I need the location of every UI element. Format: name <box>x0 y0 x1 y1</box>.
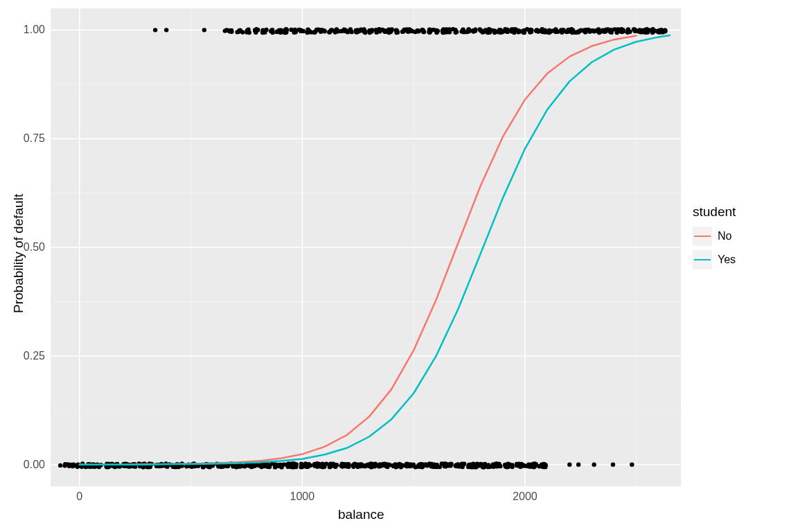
svg-point-586 <box>293 28 297 32</box>
y-tick-label: 0.25 <box>19 350 45 362</box>
svg-point-602 <box>313 29 317 33</box>
y-tick-label: 0.00 <box>19 459 45 471</box>
svg-point-671 <box>402 29 406 33</box>
plot-svg <box>51 8 681 486</box>
svg-point-894 <box>663 29 667 33</box>
legend-label: Yes <box>718 254 736 266</box>
svg-point-565 <box>264 28 268 32</box>
svg-point-535 <box>153 28 157 32</box>
svg-point-608 <box>322 28 326 33</box>
svg-point-703 <box>441 29 445 33</box>
x-tick-label: 2000 <box>513 490 538 503</box>
svg-point-772 <box>522 30 526 35</box>
svg-point-570 <box>270 29 274 33</box>
legend-key <box>693 227 712 246</box>
svg-point-560 <box>254 27 258 31</box>
svg-point-677 <box>409 28 413 33</box>
svg-point-666 <box>396 30 400 35</box>
svg-point-661 <box>389 27 393 31</box>
y-tick-label: 1.00 <box>19 24 45 36</box>
svg-point-682 <box>416 28 420 33</box>
svg-point-489 <box>510 465 514 469</box>
legend: student NoYes <box>693 204 736 274</box>
svg-point-252 <box>308 463 312 468</box>
svg-point-756 <box>506 28 510 32</box>
svg-point-735 <box>479 28 483 33</box>
legend-line-icon <box>694 259 711 261</box>
legend-rows: NoYes <box>693 227 736 269</box>
legend-entry: No <box>693 227 736 246</box>
svg-point-296 <box>346 465 351 469</box>
svg-point-15 <box>58 463 62 468</box>
svg-point-554 <box>247 30 251 35</box>
svg-point-847 <box>608 30 612 34</box>
svg-point-537 <box>202 28 206 32</box>
svg-point-725 <box>466 27 470 31</box>
svg-point-693 <box>428 30 432 34</box>
svg-point-530 <box>567 462 571 466</box>
x-tick-label: 1000 <box>290 490 315 503</box>
svg-point-576 <box>278 30 283 35</box>
legend-line-icon <box>694 236 711 238</box>
x-tick-label: 0 <box>76 490 82 503</box>
svg-point-592 <box>301 29 305 33</box>
svg-point-415 <box>448 463 452 467</box>
svg-point-581 <box>285 28 289 32</box>
svg-point-531 <box>576 462 580 466</box>
svg-point-858 <box>621 28 625 32</box>
legend-entry: Yes <box>693 250 736 269</box>
svg-point-475 <box>498 464 502 468</box>
figure-root: balance Probability of default 010002000… <box>0 0 798 532</box>
x-axis-title: balance <box>338 507 384 522</box>
plot-panel <box>51 8 681 486</box>
svg-point-282 <box>335 463 339 467</box>
svg-point-836 <box>596 27 601 31</box>
legend-title: student <box>693 204 736 220</box>
svg-point-532 <box>592 462 596 466</box>
svg-point-237 <box>294 462 299 466</box>
y-tick-label: 0.75 <box>19 132 45 145</box>
svg-point-698 <box>434 30 438 35</box>
svg-point-544 <box>229 30 233 34</box>
svg-point-549 <box>240 30 245 34</box>
y-tick-label: 0.50 <box>19 241 45 254</box>
svg-point-852 <box>615 28 619 32</box>
legend-label: No <box>718 230 732 242</box>
svg-point-268 <box>324 462 328 466</box>
svg-point-778 <box>529 28 533 32</box>
legend-key <box>693 250 712 269</box>
svg-point-863 <box>628 30 632 34</box>
svg-point-430 <box>462 462 466 466</box>
svg-point-820 <box>578 29 582 33</box>
svg-point-640 <box>363 30 367 35</box>
svg-point-533 <box>611 462 615 466</box>
svg-point-730 <box>473 28 477 33</box>
svg-point-536 <box>164 28 168 32</box>
svg-point-629 <box>348 28 353 33</box>
svg-point-529 <box>544 463 548 468</box>
svg-point-714 <box>454 30 459 34</box>
svg-point-534 <box>630 462 634 466</box>
svg-point-889 <box>656 30 660 34</box>
svg-point-687 <box>421 28 425 33</box>
svg-point-645 <box>369 29 373 33</box>
